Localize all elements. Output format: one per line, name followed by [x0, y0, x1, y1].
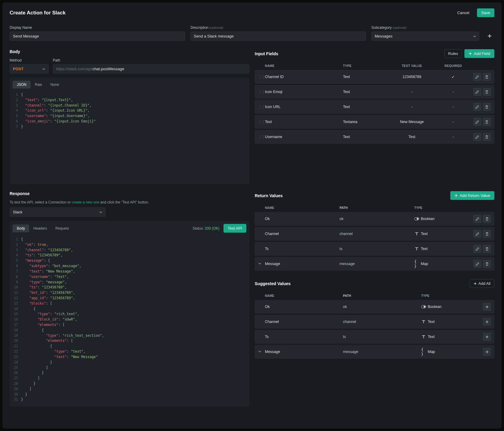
save-button[interactable]: Save: [477, 8, 494, 17]
input-field-row: TextTextareaNew Message-: [255, 115, 494, 129]
field-test-value: Test: [389, 135, 435, 139]
edit-button[interactable]: [473, 103, 481, 111]
connection-select[interactable]: Slack: [10, 207, 106, 217]
input-field-row: UsernameTextTest-: [255, 130, 494, 144]
rv-name: Ok: [265, 305, 343, 309]
rv-name: Ts: [265, 247, 340, 251]
field-required: -: [435, 135, 472, 139]
body-code-editor[interactable]: 1{2 "text": "{input.Text}",3 "channel": …: [13, 91, 246, 181]
path-input[interactable]: https://slack.com/api/chat.postMessage: [53, 64, 249, 74]
field-name: Icon Emoji: [265, 90, 343, 94]
field-required: -: [435, 90, 472, 94]
chevron-down-icon: [42, 68, 45, 71]
field-name: Channel ID: [265, 75, 343, 79]
delete-button[interactable]: [483, 215, 491, 223]
delete-button[interactable]: [483, 103, 491, 111]
drag-handle-icon[interactable]: [258, 75, 265, 79]
rv-type-header: TYPE: [414, 206, 472, 209]
delete-button[interactable]: [483, 230, 491, 238]
body-section-title: Body: [10, 49, 249, 54]
plus-icon: [488, 34, 492, 38]
tab-none[interactable]: None: [46, 81, 63, 89]
tab-request[interactable]: Request: [51, 225, 73, 232]
rv-name: Ok: [265, 217, 340, 221]
edit-button[interactable]: [473, 215, 481, 223]
return-value-row: Messagemessage{ }Map: [255, 257, 494, 271]
response-code-viewer[interactable]: 1{2 "ok": true,3 "channel": "123456789",…: [13, 236, 246, 404]
field-test-value: -: [389, 90, 435, 94]
tab-body[interactable]: Body: [13, 225, 29, 232]
return-value-row: OkokBoolean: [255, 212, 494, 226]
field-name: Icon URL: [265, 105, 343, 109]
add-field-button[interactable]: Add Field: [464, 49, 494, 58]
display-name-input[interactable]: [10, 32, 185, 41]
subcategory-select[interactable]: Messages: [371, 32, 479, 41]
edit-button[interactable]: [473, 260, 481, 268]
edit-button[interactable]: [473, 73, 481, 81]
edit-button[interactable]: [473, 88, 481, 96]
rv-type: Text: [421, 334, 481, 339]
rv-type: Text: [414, 246, 472, 251]
col-type-header: TYPE: [343, 64, 389, 68]
edit-button[interactable]: [473, 118, 481, 126]
description-input[interactable]: [190, 32, 366, 41]
tab-json[interactable]: JSON: [13, 81, 31, 89]
description-label: Description (optional): [190, 26, 366, 30]
expand-icon[interactable]: [258, 262, 261, 266]
field-type: Text: [343, 135, 389, 139]
rv-type: { }Map: [414, 261, 472, 266]
svg-point-1: [417, 218, 418, 220]
plus-icon: [454, 194, 458, 197]
expand-icon[interactable]: [258, 350, 261, 354]
text-icon: [421, 334, 426, 339]
map-icon: { }: [421, 349, 426, 354]
delete-button[interactable]: [483, 73, 491, 81]
delete-button[interactable]: [483, 133, 491, 141]
text-icon: [414, 246, 419, 251]
plus-icon: [474, 282, 477, 285]
rv-name: Message: [265, 262, 340, 266]
method-select[interactable]: POST: [10, 64, 49, 74]
edit-button[interactable]: [473, 133, 481, 141]
add-return-value-button[interactable]: Add Return Value: [450, 191, 494, 200]
check-icon: [452, 75, 455, 79]
response-note: To test the API, select a Connection or …: [10, 200, 249, 204]
add-button[interactable]: [483, 333, 491, 341]
add-button[interactable]: [483, 318, 491, 326]
return-value-row: TstsText: [255, 330, 494, 344]
tab-headers[interactable]: Headers: [29, 225, 51, 232]
add-button[interactable]: [483, 303, 491, 311]
delete-button[interactable]: [483, 118, 491, 126]
map-icon: { }: [414, 261, 419, 266]
status-text: Status: 200 (OK): [193, 226, 219, 231]
field-type: Text: [343, 90, 389, 94]
drag-handle-icon[interactable]: [258, 135, 265, 139]
add-all-button[interactable]: Add All: [470, 279, 494, 288]
delete-button[interactable]: [483, 245, 491, 253]
test-api-button[interactable]: Test API: [224, 224, 246, 233]
rv-name-header: NAME: [265, 206, 340, 209]
delete-button[interactable]: [483, 88, 491, 96]
drag-handle-icon[interactable]: [258, 90, 265, 94]
edit-button[interactable]: [473, 245, 481, 253]
rules-button[interactable]: Rules: [444, 49, 462, 58]
tab-raw[interactable]: Raw: [31, 81, 46, 89]
chevron-down-icon: [99, 211, 102, 214]
return-value-row: OkokBoolean: [255, 300, 494, 314]
create-connection-link[interactable]: create a new one: [72, 200, 99, 204]
delete-button[interactable]: [483, 260, 491, 268]
drag-handle-icon[interactable]: [258, 105, 265, 109]
field-type: Textarea: [343, 120, 389, 124]
rv-path: ts: [340, 247, 414, 251]
rv-path: ts: [343, 335, 421, 339]
drag-handle-icon[interactable]: [258, 120, 265, 124]
add-subcategory-button[interactable]: [485, 31, 494, 41]
cancel-button[interactable]: Cancel: [453, 8, 473, 17]
field-name: Text: [265, 120, 343, 124]
response-title: Response: [10, 191, 249, 196]
edit-button[interactable]: [473, 230, 481, 238]
add-button[interactable]: [483, 348, 491, 356]
display-name-label: Display Name: [10, 26, 185, 30]
rv-name: Channel: [265, 232, 340, 236]
path-label: Path: [53, 58, 249, 62]
